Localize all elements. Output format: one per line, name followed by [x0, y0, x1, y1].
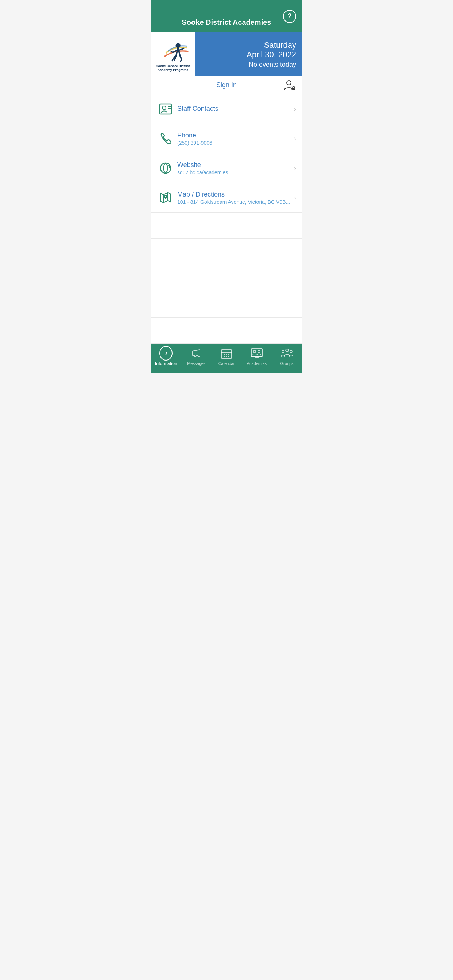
phone-icon [157, 130, 174, 147]
svg-rect-31 [251, 348, 262, 356]
website-icon [157, 159, 174, 177]
menu-list: Staff Contacts › Phone (250) 391-9006 › [151, 94, 302, 344]
svg-point-38 [290, 350, 292, 353]
svg-point-27 [228, 354, 229, 355]
website-item[interactable]: Website sd62.bc.ca/academies › [151, 153, 302, 183]
banner-events: No events today [201, 61, 296, 68]
svg-point-36 [286, 349, 289, 352]
svg-point-29 [226, 356, 227, 357]
svg-point-34 [258, 350, 260, 353]
map-icon [157, 189, 174, 206]
user-gear-svg [283, 79, 296, 92]
nav-information[interactable]: i Information [151, 347, 181, 366]
phone-label: Phone [177, 132, 294, 139]
nav-messages-label: Messages [187, 361, 205, 366]
svg-point-26 [226, 354, 227, 355]
svg-point-19 [164, 196, 167, 197]
staff-contacts-label: Staff Contacts [177, 105, 294, 113]
svg-point-37 [282, 350, 284, 353]
user-settings-button[interactable] [283, 79, 296, 92]
banner-date: April 30, 2022 [201, 50, 296, 59]
website-label: Website [177, 161, 294, 169]
phone-chevron: › [294, 135, 296, 143]
banner-day: Saturday [201, 40, 296, 50]
phone-content: Phone (250) 391-9006 [174, 132, 294, 146]
logo-text: Sooke School District Academy Programs [156, 64, 190, 72]
map-address: 101 - 814 Goldstream Avenue, Victoria, B… [177, 199, 294, 205]
svg-point-13 [162, 106, 166, 110]
svg-line-9 [294, 89, 295, 89]
staff-contacts-chevron: › [294, 105, 296, 113]
staff-contacts-item[interactable]: Staff Contacts › [151, 94, 302, 124]
phone-number: (250) 391-9006 [177, 140, 294, 146]
signin-link[interactable]: Sign In [216, 81, 237, 89]
messages-icon [190, 347, 203, 360]
svg-point-3 [293, 88, 294, 89]
svg-line-10 [294, 86, 295, 87]
app-header: Sooke District Academies ? [151, 0, 302, 32]
website-chevron: › [294, 164, 296, 172]
nav-calendar-label: Calendar [219, 361, 235, 366]
nav-groups-label: Groups [281, 361, 293, 366]
staff-contacts-content: Staff Contacts [174, 105, 294, 113]
map-label: Map / Directions [177, 191, 294, 198]
empty-row-5 [151, 318, 302, 344]
app-title: Sooke District Academies [182, 18, 271, 27]
website-content: Website sd62.bc.ca/academies [174, 161, 294, 175]
empty-row-4 [151, 291, 302, 318]
nav-academies-label: Academies [247, 361, 266, 366]
bottom-navigation: i Information Messages [151, 344, 302, 373]
nav-messages[interactable]: Messages [181, 347, 212, 366]
info-icon: i [160, 347, 172, 360]
logo-svg [154, 37, 192, 64]
svg-point-0 [176, 43, 180, 48]
map-item[interactable]: Map / Directions 101 - 814 Goldstream Av… [151, 183, 302, 213]
help-button[interactable]: ? [283, 10, 296, 23]
map-content: Map / Directions 101 - 814 Goldstream Av… [174, 191, 294, 205]
svg-point-33 [254, 350, 256, 353]
empty-row-3 [151, 265, 302, 291]
academies-icon [250, 347, 263, 360]
calendar-icon [220, 347, 233, 360]
website-url: sd62.bc.ca/academies [177, 170, 294, 175]
svg-point-25 [223, 354, 225, 355]
svg-point-30 [228, 356, 229, 357]
empty-row-1 [151, 213, 302, 239]
school-logo: Sooke School District Academy Programs [151, 32, 195, 76]
nav-groups[interactable]: Groups [272, 347, 302, 366]
phone-item[interactable]: Phone (250) 391-9006 › [151, 124, 302, 153]
nav-calendar[interactable]: Calendar [212, 347, 242, 366]
map-chevron: › [294, 194, 296, 202]
groups-icon [281, 347, 293, 360]
svg-marker-20 [193, 350, 200, 357]
nav-academies[interactable]: Academies [241, 347, 272, 366]
signin-bar: Sign In [151, 76, 302, 94]
empty-row-2 [151, 239, 302, 265]
banner-section: Sooke School District Academy Programs S… [151, 32, 302, 76]
nav-information-label: Information [155, 361, 177, 366]
banner-date-info: Saturday April 30, 2022 No events today [195, 35, 302, 75]
svg-point-28 [223, 356, 225, 357]
svg-point-1 [287, 81, 291, 85]
staff-contacts-icon [157, 100, 174, 118]
